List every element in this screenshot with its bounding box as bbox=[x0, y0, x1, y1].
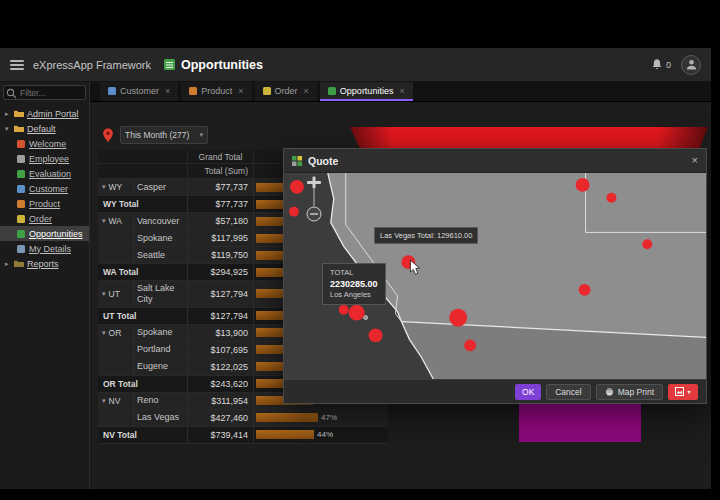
state-cell bbox=[98, 247, 134, 263]
tab-product[interactable]: Product× bbox=[181, 82, 251, 101]
sidebar-item-my-details[interactable]: My Details bbox=[0, 241, 89, 256]
amount-cell: $119,750 bbox=[188, 247, 254, 263]
sidebar-item-order[interactable]: Order bbox=[0, 211, 89, 226]
collapse-chevron-icon[interactable]: ▾ bbox=[102, 329, 106, 337]
notifications-button[interactable]: 0 bbox=[651, 58, 671, 71]
dialog-title: Quote bbox=[308, 155, 338, 167]
city-cell: Spokane bbox=[134, 230, 188, 246]
sidebar-item-product[interactable]: Product bbox=[0, 196, 89, 211]
total-label-cell: NV Total bbox=[98, 427, 188, 443]
app-title: eXpressApp Framework bbox=[33, 59, 151, 71]
info-label: TOTAL bbox=[330, 268, 378, 278]
nav-group-reports[interactable]: ▸ Reports bbox=[0, 256, 89, 271]
tab-order[interactable]: Order× bbox=[255, 82, 317, 101]
close-icon[interactable]: × bbox=[304, 86, 309, 96]
city-cell: Seattle bbox=[134, 247, 188, 263]
period-filter-dropdown[interactable]: This Month (277) ▾ bbox=[120, 126, 208, 144]
nav-group-admin-portal[interactable]: ▸ Admin Portal bbox=[0, 106, 89, 121]
export-image-icon bbox=[675, 387, 684, 396]
quote-dialog: Quote × bbox=[283, 148, 707, 404]
island bbox=[364, 316, 368, 320]
page-title: Opportunities bbox=[181, 58, 263, 72]
welcome-icon bbox=[17, 140, 25, 148]
column-header-total-sum[interactable]: Total (Sum) bbox=[188, 164, 254, 179]
navigation-sidebar: ▸ Admin Portal ▾ Default Welcome Employe… bbox=[0, 82, 90, 489]
app-header: eXpressApp Framework Opportunities 0 bbox=[0, 48, 711, 82]
folder-icon bbox=[14, 259, 24, 268]
evaluation-icon bbox=[17, 170, 25, 178]
map-marker[interactable] bbox=[369, 328, 383, 342]
map-marker[interactable] bbox=[579, 284, 591, 296]
close-icon[interactable]: × bbox=[692, 155, 698, 166]
map-pin-button[interactable] bbox=[100, 127, 116, 143]
hamburger-menu-icon[interactable] bbox=[10, 60, 24, 70]
ok-button[interactable]: OK bbox=[515, 384, 541, 400]
printer-icon bbox=[605, 387, 614, 396]
map-tooltip: Las Vegas Total: 129610.00 bbox=[374, 227, 478, 244]
product-icon bbox=[189, 87, 197, 95]
collapse-chevron-icon[interactable]: ▾ bbox=[102, 217, 106, 225]
tab-opportunities[interactable]: Opportunities× bbox=[320, 82, 413, 101]
collapse-chevron-icon[interactable]: ▾ bbox=[102, 183, 106, 191]
city-cell: Portland bbox=[134, 342, 188, 358]
chevron-down-icon[interactable]: ▾ bbox=[5, 125, 11, 133]
map-marker[interactable] bbox=[290, 180, 304, 194]
table-row-total[interactable]: NV Total $739,414 44% bbox=[98, 427, 388, 444]
sidebar-item-welcome[interactable]: Welcome bbox=[0, 136, 89, 151]
state-cell: ▾WY bbox=[98, 179, 134, 195]
close-icon[interactable]: × bbox=[238, 86, 243, 96]
amount-cell: $127,794 bbox=[188, 308, 254, 324]
order-icon bbox=[17, 215, 25, 223]
amount-cell: $77,737 bbox=[188, 179, 254, 195]
map-marker[interactable] bbox=[449, 309, 467, 327]
map-marker[interactable] bbox=[576, 178, 590, 192]
order-icon bbox=[263, 87, 271, 95]
map-marker[interactable] bbox=[339, 305, 349, 315]
column-group-header[interactable]: Grand Total bbox=[188, 150, 254, 164]
cancel-button[interactable]: Cancel bbox=[546, 384, 590, 400]
map-zoom-control[interactable] bbox=[304, 175, 324, 225]
map-canvas[interactable]: Las Vegas Total: 129610.00 TOTAL 2230285… bbox=[284, 173, 706, 379]
user-avatar[interactable] bbox=[681, 55, 701, 75]
map-marker[interactable] bbox=[289, 207, 299, 217]
sidebar-item-employee[interactable]: Employee bbox=[0, 151, 89, 166]
close-icon[interactable]: × bbox=[165, 86, 170, 96]
chevron-right-icon[interactable]: ▸ bbox=[5, 260, 11, 268]
map-marker[interactable] bbox=[606, 193, 616, 203]
nav-group-default[interactable]: ▾ Default bbox=[0, 121, 89, 136]
city-cell: Eugene bbox=[134, 359, 188, 375]
sidebar-item-customer[interactable]: Customer bbox=[0, 181, 89, 196]
total-label-cell: WA Total bbox=[98, 264, 188, 280]
sidebar-item-evaluation[interactable]: Evaluation bbox=[0, 166, 89, 181]
collapse-chevron-icon[interactable]: ▾ bbox=[102, 397, 106, 405]
map-print-button[interactable]: Map Print bbox=[596, 384, 663, 400]
listview-icon bbox=[164, 59, 175, 70]
amount-cell: $127,794 bbox=[188, 281, 254, 307]
period-filter-value: This Month (277) bbox=[125, 130, 189, 140]
collapse-chevron-icon[interactable]: ▾ bbox=[102, 290, 106, 298]
state-cell: ▾OR bbox=[98, 325, 134, 341]
amount-cell: $57,180 bbox=[188, 213, 254, 229]
state-cell bbox=[98, 359, 134, 375]
search-icon bbox=[6, 88, 17, 99]
city-cell: Spokane bbox=[134, 325, 188, 341]
table-row[interactable]: Las Vegas $427,460 47% bbox=[98, 410, 388, 427]
close-icon[interactable]: × bbox=[399, 86, 404, 96]
notification-count: 0 bbox=[666, 60, 671, 70]
export-button[interactable]: ▾ bbox=[668, 384, 698, 400]
map-marker[interactable] bbox=[464, 339, 476, 351]
total-label-cell: OR Total bbox=[98, 376, 188, 392]
opportunities-icon bbox=[328, 87, 336, 95]
person-icon bbox=[685, 58, 698, 71]
open-folder-icon bbox=[14, 124, 24, 133]
amount-cell: $117,995 bbox=[188, 230, 254, 246]
dialog-titlebar: Quote × bbox=[284, 149, 706, 173]
map-marker[interactable] bbox=[349, 305, 365, 321]
state-cell: ▾UT bbox=[98, 281, 134, 307]
map-marker[interactable] bbox=[642, 239, 652, 249]
amount-cell: $243,620 bbox=[188, 376, 254, 392]
tab-customer[interactable]: Customer× bbox=[100, 82, 178, 101]
zoom-slider-handle[interactable] bbox=[313, 177, 316, 189]
sidebar-item-opportunities[interactable]: Opportunities bbox=[0, 226, 89, 241]
chevron-right-icon[interactable]: ▸ bbox=[5, 110, 11, 118]
